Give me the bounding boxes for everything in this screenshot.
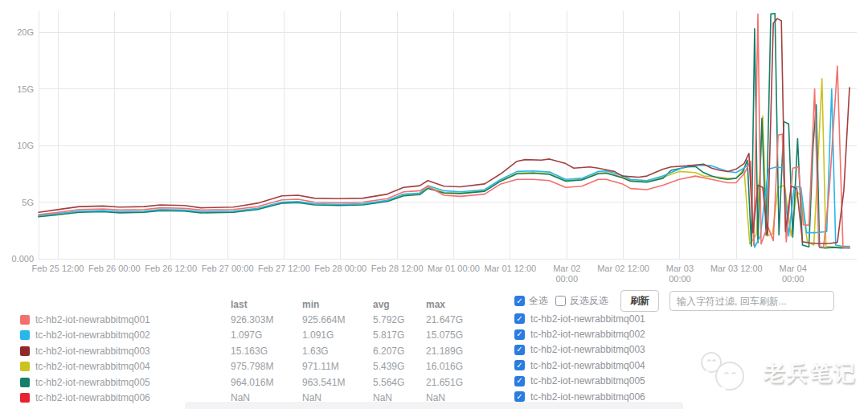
series-checkbox[interactable]: ✓ (514, 391, 525, 402)
filter-input[interactable] (669, 291, 834, 311)
y-axis-tick-label: 5G (22, 198, 34, 207)
x-axis-tick-label: Mar 03 (666, 264, 694, 273)
series-checkbox-item[interactable]: ✓tc-hb2-iot-newrabbitmq001 (514, 311, 645, 326)
series-line-tc-hb2-iot-newrabbitmq004 (39, 79, 850, 247)
series-line-tc-hb2-iot-newrabbitmq005 (39, 14, 850, 248)
series-filter-controls: ✓ 全选 ✓ 反选反选 刷新 (514, 290, 834, 312)
series-checkbox-item[interactable]: ✓tc-hb2-iot-newrabbitmq002 (514, 326, 645, 342)
legend-color-swatch[interactable] (20, 362, 30, 371)
series-checkbox-item[interactable]: ✓tc-hb2-iot-newrabbitmq003 (514, 342, 645, 358)
series-checkbox-item[interactable]: ✓tc-hb2-iot-newrabbitmq004 (514, 358, 645, 373)
stat-last: 975.798M (231, 361, 302, 372)
x-axis-tick-label: 00:00 (669, 274, 691, 284)
x-axis-tick-label: Feb 26 12:00 (145, 264, 197, 273)
series-checkbox-label[interactable]: tc-hb2-iot-newrabbitmq004 (530, 360, 645, 371)
stat-max: 21.189G (426, 346, 482, 357)
series-checkbox-item[interactable]: ✓tc-hb2-iot-newrabbitmq005 (514, 374, 645, 389)
legend-row: tc-hb2-iot-newrabbitmq004975.798M971.11M… (20, 359, 502, 374)
select-all-label[interactable]: 全选 (529, 294, 548, 308)
watermark: 老兵笔记 (698, 350, 857, 395)
legend-row: tc-hb2-iot-newrabbitmq00315.163G1.63G6.2… (20, 343, 502, 358)
column-header-min: min (302, 299, 373, 310)
series-line-tc-hb2-iot-newrabbitmq001 (39, 14, 850, 248)
series-checkbox[interactable]: ✓ (514, 313, 525, 324)
stat-last: 964.016M (231, 377, 302, 388)
series-checkbox-label[interactable]: tc-hb2-iot-newrabbitmq002 (530, 329, 645, 340)
stat-last: 1.097G (231, 329, 302, 341)
x-axis-tick-label: Mar 04 (780, 264, 807, 273)
invert-selection-label[interactable]: 反选反选 (570, 294, 608, 308)
legend-stats-table: lastminavgmaxtc-hb2-iot-newrabbitmq00192… (20, 297, 502, 406)
y-axis-tick-label: 20G (17, 27, 34, 37)
x-axis-tick-label: Mar 01 12:00 (484, 264, 536, 273)
x-axis-tick-label: Feb 27 12:00 (258, 264, 310, 273)
legend-table-header: lastminavgmax (20, 297, 502, 312)
stat-min: 971.11M (302, 361, 373, 372)
legend-series-name[interactable]: tc-hb2-iot-newrabbitmq005 (20, 377, 231, 388)
legend-row: tc-hb2-iot-newrabbitmq001926.303M925.664… (20, 312, 502, 327)
stat-min: 925.664M (302, 314, 373, 325)
series-checkbox-label[interactable]: tc-hb2-iot-newrabbitmq006 (530, 391, 645, 403)
x-axis-tick-label: Mar 02 12:00 (597, 264, 649, 273)
stat-max: 21.651G (426, 377, 482, 388)
legend-series-label[interactable]: tc-hb2-iot-newrabbitmq001 (35, 314, 150, 325)
series-checkbox[interactable]: ✓ (514, 345, 525, 355)
legend-series-label[interactable]: tc-hb2-iot-newrabbitmq005 (35, 377, 150, 388)
stat-avg: 5.439G (373, 361, 426, 372)
series-checkbox-label[interactable]: tc-hb2-iot-newrabbitmq003 (530, 344, 645, 355)
column-header-max: max (426, 299, 482, 310)
y-axis-tick-label: 0.000 (11, 254, 34, 264)
stat-avg: 5.817G (373, 329, 426, 341)
legend-color-swatch[interactable] (20, 346, 30, 356)
legend-color-swatch[interactable] (20, 330, 30, 340)
chart-canvas[interactable]: 0.0005G10G15G20GFeb 25 12:00Feb 26 00:00… (0, 0, 868, 289)
stat-min: 1.63G (302, 346, 373, 357)
refresh-button[interactable]: 刷新 (620, 290, 659, 312)
legend-color-swatch[interactable] (20, 378, 30, 387)
wechat-bubbles-icon (698, 350, 757, 395)
stat-avg: 5.564G (373, 377, 426, 388)
time-series-chart[interactable]: 0.0005G10G15G20GFeb 25 12:00Feb 26 00:00… (0, 0, 868, 289)
stat-last: 926.303M (231, 314, 302, 325)
stat-max: 15.075G (426, 329, 482, 341)
stat-avg: 6.207G (373, 346, 426, 357)
legend-row: tc-hb2-iot-newrabbitmq0021.097G1.091G5.8… (20, 328, 502, 343)
x-axis-tick-label: Feb 26 00:00 (88, 264, 141, 273)
legend-series-name[interactable]: tc-hb2-iot-newrabbitmq001 (20, 314, 231, 325)
legend-series-name[interactable]: tc-hb2-iot-newrabbitmq002 (20, 329, 231, 341)
x-axis-tick-label: Feb 27 00:00 (202, 264, 254, 273)
series-checkbox[interactable]: ✓ (514, 360, 525, 370)
legend-color-swatch[interactable] (20, 315, 30, 325)
series-checkbox[interactable]: ✓ (514, 329, 525, 340)
legend-series-label[interactable]: tc-hb2-iot-newrabbitmq003 (35, 346, 150, 357)
legend-series-label[interactable]: tc-hb2-iot-newrabbitmq002 (35, 329, 150, 341)
series-line-tc-hb2-iot-newrabbitmq002 (39, 89, 850, 247)
select-all-checkbox[interactable]: ✓ (514, 296, 525, 306)
x-axis-tick-label: 00:00 (555, 274, 578, 284)
legend-series-name[interactable]: tc-hb2-iot-newrabbitmq003 (20, 346, 231, 357)
invert-selection-checkbox[interactable]: ✓ (555, 296, 566, 306)
legend-row: tc-hb2-iot-newrabbitmq005964.016M963.541… (20, 374, 502, 390)
watermark-text: 老兵笔记 (764, 358, 857, 387)
series-checkbox-list: ✓tc-hb2-iot-newrabbitmq001✓tc-hb2-iot-ne… (514, 311, 645, 404)
series-checkbox[interactable]: ✓ (514, 376, 525, 387)
stat-last: 15.163G (231, 346, 302, 357)
legend-color-swatch[interactable] (20, 393, 30, 403)
stat-max: 21.647G (426, 314, 482, 325)
series-checkbox-label[interactable]: tc-hb2-iot-newrabbitmq001 (530, 313, 645, 325)
series-checkbox-label[interactable]: tc-hb2-iot-newrabbitmq005 (530, 375, 645, 387)
legend-series-label[interactable]: tc-hb2-iot-newrabbitmq006 (35, 392, 150, 403)
x-axis-tick-label: Feb 28 00:00 (314, 264, 366, 273)
column-header-last: last (231, 299, 302, 310)
y-axis-tick-label: 10G (17, 141, 34, 150)
bottom-shadow (185, 402, 683, 409)
column-header-avg: avg (373, 299, 426, 310)
x-axis-tick-label: 00:00 (782, 274, 805, 284)
legend-series-name[interactable]: tc-hb2-iot-newrabbitmq004 (20, 361, 231, 372)
x-axis-tick-label: Mar 02 (553, 264, 580, 273)
legend-series-label[interactable]: tc-hb2-iot-newrabbitmq004 (35, 361, 150, 372)
stat-min: 963.541M (302, 377, 373, 388)
x-axis-tick-label: Feb 28 12:00 (371, 264, 424, 273)
stat-min: 1.091G (302, 329, 373, 341)
y-axis-tick-label: 15G (17, 84, 34, 94)
